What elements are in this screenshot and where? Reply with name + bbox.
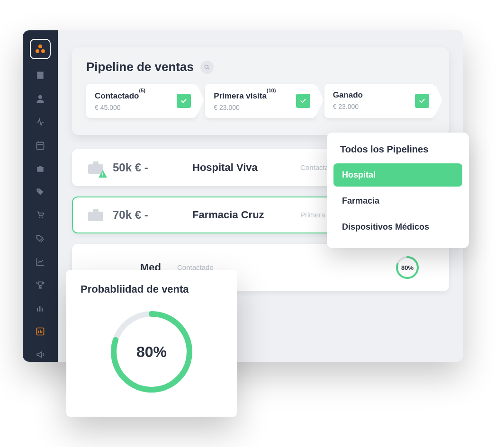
pipeline-stages: Contactado(5) € 45.000 Primera visita(10… bbox=[86, 84, 435, 118]
svg-point-1 bbox=[39, 217, 40, 219]
svg-point-2 bbox=[42, 217, 43, 219]
stage-amount: € 23.000 bbox=[214, 104, 290, 111]
app-logo bbox=[30, 39, 51, 59]
stage-label: Contactado bbox=[95, 91, 139, 100]
pipeline-card: Pipeline de ventas Contactado(5) € 45.00… bbox=[72, 47, 449, 135]
building-icon[interactable] bbox=[33, 69, 47, 82]
svg-rect-9 bbox=[88, 212, 103, 221]
briefcase-icon[interactable] bbox=[33, 162, 47, 176]
svg-rect-8 bbox=[102, 175, 103, 176]
stage-count: (5) bbox=[139, 88, 145, 93]
dropdown-item-farmacia[interactable]: Farmacia bbox=[333, 189, 462, 213]
deal-probability-label: 80% bbox=[401, 264, 414, 271]
tags-icon[interactable] bbox=[33, 232, 47, 245]
dropdown-item-dispositivos[interactable]: Dispositivos Médicos bbox=[333, 215, 462, 239]
svg-rect-6 bbox=[93, 161, 99, 165]
svg-rect-10 bbox=[93, 209, 99, 213]
dashboard-icon[interactable] bbox=[33, 325, 47, 339]
probability-value: 80% bbox=[136, 343, 167, 361]
check-icon bbox=[177, 94, 191, 108]
briefcase-icon bbox=[87, 208, 104, 222]
check-icon bbox=[415, 94, 429, 108]
probability-gauge: 80% bbox=[81, 307, 223, 397]
stage-label: Ganado bbox=[333, 90, 363, 99]
deal-name: Hospital Viva bbox=[192, 161, 292, 174]
deal-amount: 50k € - bbox=[113, 161, 184, 174]
trophy-icon[interactable] bbox=[33, 278, 47, 292]
chart-line-icon[interactable] bbox=[33, 255, 47, 268]
probability-title: Probabliidad de venta bbox=[81, 283, 223, 295]
briefcase-icon bbox=[87, 161, 104, 175]
svg-rect-7 bbox=[102, 172, 103, 175]
check-icon bbox=[296, 94, 310, 108]
user-icon[interactable] bbox=[33, 92, 47, 106]
cart-icon[interactable] bbox=[33, 208, 47, 222]
search-icon[interactable] bbox=[200, 61, 214, 74]
probability-card: Probabliidad de venta 80% bbox=[66, 270, 237, 417]
stage-label: Primera visita bbox=[214, 91, 267, 100]
stage-amount: € 45.000 bbox=[95, 104, 171, 111]
stage-amount: € 23.000 bbox=[333, 103, 409, 110]
stage-count: (10) bbox=[267, 88, 276, 93]
dropdown-item-hospital[interactable]: Hospital bbox=[333, 163, 462, 187]
sidebar bbox=[23, 30, 58, 362]
warning-icon bbox=[99, 170, 107, 178]
bar-chart-icon[interactable] bbox=[33, 301, 47, 315]
deal-probability-gauge: 80% bbox=[395, 255, 420, 280]
tag-icon[interactable] bbox=[33, 185, 47, 199]
deal-name: Farmacia Cruz bbox=[192, 209, 292, 221]
pipeline-filter-dropdown: Todos los Pipelines Hospital Farmacia Di… bbox=[327, 133, 469, 248]
deal-amount: 70k € - bbox=[113, 208, 184, 222]
svg-point-4 bbox=[205, 65, 208, 68]
calendar-icon[interactable] bbox=[33, 138, 47, 152]
pipeline-title: Pipeline de ventas bbox=[86, 60, 194, 74]
pipeline-stage-primera-visita[interactable]: Primera visita(10) € 23.000 bbox=[205, 84, 315, 118]
dropdown-title: Todos los Pipelines bbox=[333, 139, 462, 163]
activity-icon[interactable] bbox=[33, 115, 47, 129]
megaphone-icon[interactable] bbox=[33, 348, 47, 362]
pipeline-stage-contactado[interactable]: Contactado(5) € 45.000 bbox=[86, 84, 197, 118]
pipeline-stage-ganado[interactable]: Ganado € 23.000 bbox=[324, 84, 435, 118]
svg-point-0 bbox=[38, 190, 39, 191]
